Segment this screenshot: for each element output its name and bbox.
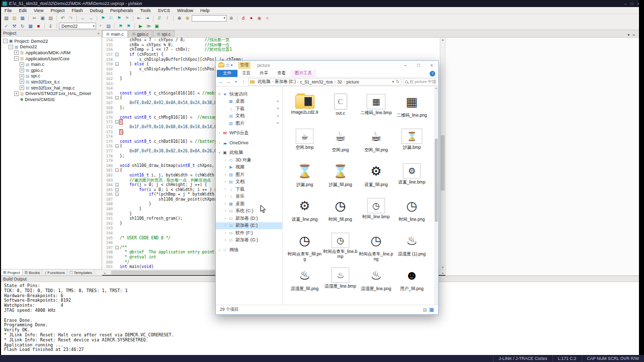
chevron-icon[interactable]: › — [217, 248, 222, 252]
maximize-icon[interactable]: □ — [412, 61, 425, 70]
expand-toggle[interactable]: − — [3, 39, 8, 43]
nav-item-this-pc[interactable]: ∨▣此电脑 — [216, 149, 282, 157]
find-icon[interactable]: ⊕ — [184, 15, 191, 22]
file-item[interactable]: ◷时间点查车_line.bmp — [323, 229, 358, 264]
menu-window[interactable]: Window — [174, 7, 197, 14]
new-file-icon[interactable]: ▤ — [3, 15, 10, 22]
tree-item[interactable]: +▤gpio.c — [1, 67, 102, 73]
nav-item-network[interactable]: ›∷网络 — [216, 246, 282, 254]
file-item[interactable]: ☕空闲_fill.png — [358, 125, 394, 160]
fold-marker[interactable]: − — [115, 53, 119, 56]
copy-icon[interactable]: ▣ — [39, 15, 46, 22]
editor-vertical-scrollbar[interactable]: ▲ ▼ — [440, 38, 445, 269]
chevron-icon[interactable]: › — [223, 238, 228, 242]
open-file-icon[interactable]: ▥ — [11, 15, 18, 22]
expand-toggle[interactable]: + — [20, 68, 24, 72]
chevron-icon[interactable]: › — [223, 217, 228, 220]
tab-list-dropdown-icon[interactable]: ▾ — [627, 33, 629, 37]
nav-item-pictures[interactable]: ▧图片✦ — [216, 120, 282, 127]
breadcrumb-segment[interactable]: picture — [345, 79, 361, 84]
file-item[interactable]: ♨温湿度 (1).png — [394, 229, 430, 264]
find-combo-combo[interactable]: ▾ — [192, 15, 227, 22]
scrollbar-thumb[interactable] — [441, 135, 445, 191]
ribbon-tab-file[interactable]: 文件 — [217, 70, 237, 77]
cut-icon[interactable]: ✂ — [31, 15, 38, 22]
nav-item-desktop[interactable]: ▦桌面✦ — [216, 98, 282, 106]
find-in-files-icon[interactable]: ⊕ — [176, 15, 183, 22]
clear-bookmarks-icon[interactable]: ⚑ — [123, 15, 131, 22]
thumbnail-view-icon[interactable]: ▦ — [429, 307, 434, 312]
indent-left-icon[interactable]: ⇤ — [135, 15, 143, 22]
fold-marker[interactable]: − — [115, 168, 119, 172]
paste-icon[interactable]: ▤ — [47, 15, 54, 22]
fold-marker[interactable]: − — [115, 96, 119, 100]
tree-item[interactable]: +▤main.c — [1, 61, 102, 67]
chevron-icon[interactable]: ∨ — [217, 151, 222, 155]
fold-marker[interactable]: − — [115, 188, 119, 192]
nav-item-volume-g[interactable]: ›▭新加卷 (G:) — [216, 237, 282, 244]
tree-item[interactable]: −▦Demo22 — [1, 44, 102, 50]
nav-item-documents-2[interactable]: ›▤文档 — [216, 178, 282, 186]
file-item[interactable]: ◷时间点查车_fill.png — [287, 229, 323, 264]
download-icon[interactable]: ⇩ — [47, 23, 54, 30]
close-document-icon[interactable]: × — [632, 33, 635, 37]
file-item[interactable]: ⚙设置_line.bmp — [394, 160, 430, 195]
scrollbar-thumb[interactable] — [435, 139, 438, 222]
details-view-icon[interactable]: ▤ — [423, 307, 427, 312]
nav-item-pictures-2[interactable]: ›▧图片 — [216, 171, 282, 178]
expand-toggle[interactable]: + — [20, 79, 24, 84]
file-item[interactable]: ◷时间_line.bmp — [358, 195, 394, 229]
menu-view[interactable]: View — [30, 7, 47, 14]
chevron-icon[interactable]: › — [223, 165, 228, 169]
prev-bookmark-icon[interactable]: ⚐ — [107, 15, 115, 22]
chevron-icon[interactable]: ∨ — [217, 92, 222, 96]
disable-breakpoint-icon[interactable]: ◉ — [256, 15, 263, 22]
scroll-left-icon[interactable]: ◂ — [104, 271, 105, 275]
quick-access-toolbar-icon[interactable]: ◫ — [226, 63, 229, 67]
chevron-icon[interactable]: › — [223, 231, 228, 235]
file-item[interactable]: ♨温湿度_line.bmp — [323, 264, 358, 299]
file-item[interactable]: ◷时间点查车_line.png — [358, 229, 394, 264]
undo-icon[interactable]: ↶ — [59, 15, 66, 22]
nav-item-wps-cloud[interactable]: ›WWPS云盘 — [216, 130, 282, 137]
close-panel-icon[interactable]: × — [97, 31, 100, 36]
workspace-tab-templates[interactable]: ▢Templates — [67, 269, 95, 276]
expand-toggle[interactable]: + — [20, 85, 24, 90]
expand-toggle[interactable]: + — [20, 74, 24, 78]
search-input[interactable]: 在 picture 中搜索 — [403, 78, 436, 85]
menu-file[interactable]: File — [1, 7, 16, 14]
nav-item-volume-d[interactable]: ›▭新加卷 (D:) — [216, 215, 282, 222]
nav-forward-icon[interactable]: → — [87, 15, 95, 22]
workspace-tab-books[interactable]: ▥Books — [23, 269, 43, 276]
menu-edit[interactable]: Edit — [16, 7, 31, 14]
nav-item-system-c[interactable]: ›▭系统 (C:) — [216, 208, 282, 215]
tree-item[interactable]: +▥Application/MDK-ARM — [1, 50, 102, 56]
help-icon[interactable]: ? — [430, 71, 435, 76]
menu-project[interactable]: Project — [47, 7, 68, 14]
incremental-find-icon[interactable]: ⊕ — [227, 15, 235, 22]
chevron-icon[interactable]: › — [223, 195, 228, 198]
tree-item[interactable]: ◆Drivers/CMSIS — [1, 97, 102, 103]
flag-icon[interactable]: ⚑ — [117, 23, 124, 30]
nav-item-onedrive[interactable]: ›☁OneDrive — [216, 139, 282, 147]
scroll-up-icon[interactable]: ▲ — [435, 86, 438, 89]
tab-spi.c[interactable]: ▤spi.c — [153, 30, 175, 37]
indent-right-icon[interactable]: ⇥ — [143, 15, 151, 22]
minimize-icon[interactable]: – — [399, 61, 412, 70]
menu-debug[interactable]: Debug — [86, 7, 107, 14]
breadcrumb[interactable]: 此电脑›新加卷 (E:)›c_51_stm32_rtos›32›picture … — [248, 78, 401, 85]
tree-item[interactable]: −▥Application/User/Core — [1, 56, 102, 62]
file-item[interactable]: ♨温湿度_fill.png — [287, 264, 323, 299]
file-item[interactable]: Cout.c — [323, 90, 358, 125]
nav-item-documents[interactable]: ▤文档✦ — [216, 113, 282, 120]
debug-windows-icon[interactable]: ▣ — [153, 23, 160, 30]
tree-item[interactable]: +▤stm32f1xx_it.c — [1, 79, 102, 85]
fold-marker[interactable]: − — [115, 246, 119, 249]
file-item[interactable]: ⌛沙漏_fill.png — [323, 160, 358, 195]
scroll-up-icon[interactable]: ▲ — [440, 38, 445, 41]
fold-marker[interactable]: − — [115, 120, 119, 124]
rebuild-icon[interactable]: ↻ — [19, 23, 26, 30]
file-item[interactable]: ⚙设置_line.png — [287, 195, 323, 229]
comment-icon[interactable]: // — [155, 15, 163, 22]
nav-item-desktop-2[interactable]: ›▦桌面 — [216, 200, 282, 208]
